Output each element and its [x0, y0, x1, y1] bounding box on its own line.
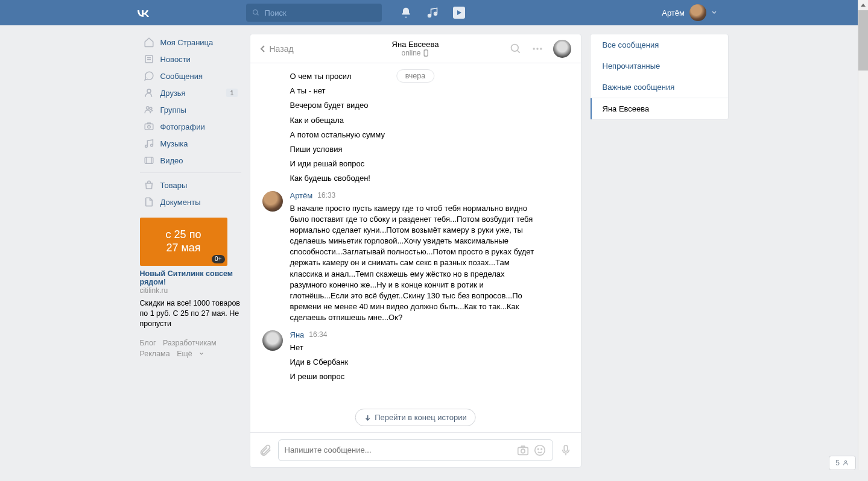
scroll-thumb[interactable] [858, 10, 868, 71]
svg-point-2 [428, 14, 431, 17]
svg-rect-10 [145, 124, 153, 130]
nav-docs[interactable]: Документы [140, 193, 241, 210]
nav-music[interactable]: Музыка [140, 135, 241, 152]
message-text: Вечером будет видео [290, 98, 569, 113]
nav-videos[interactable]: Видео [140, 152, 241, 169]
composer-input[interactable] [285, 445, 516, 454]
search-icon [252, 8, 260, 17]
market-icon [144, 180, 154, 190]
nav-label: Документы [160, 198, 201, 207]
nav-label: Музыка [160, 139, 188, 148]
back-button[interactable]: Назад [260, 44, 294, 54]
message-time: 16:33 [317, 191, 335, 200]
like-count: 5 [835, 459, 840, 467]
svg-point-9 [150, 107, 152, 110]
svg-point-21 [536, 48, 538, 49]
filter-active-conversation[interactable]: Яна Евсеева [591, 98, 728, 119]
filters-panel: Все сообщения Непрочитанные Важные сообщ… [590, 34, 729, 120]
nav-news[interactable]: Новости [140, 51, 241, 68]
date-pill: вчера [396, 69, 434, 83]
footer-blog[interactable]: Блог [140, 339, 156, 347]
left-nav: Моя Страница Новости Сообщения Друзья1 Г… [140, 34, 241, 468]
message-time: 16:34 [309, 330, 327, 339]
filter-unread[interactable]: Непрочитанные [591, 55, 728, 77]
footer-ads[interactable]: Реклама [140, 350, 170, 358]
svg-rect-14 [145, 157, 153, 164]
separator [140, 172, 241, 173]
vk-logo[interactable] [130, 5, 156, 20]
message-avatar[interactable] [262, 330, 283, 351]
friends-icon [144, 87, 154, 98]
message-text: И реши вопрос [290, 369, 569, 384]
home-icon [144, 37, 154, 48]
nav-market[interactable]: Товары [140, 177, 241, 193]
message-text: А ты - нет [290, 84, 569, 98]
camera-icon[interactable] [516, 444, 530, 457]
music-icon[interactable] [426, 7, 439, 19]
chat-title-wrap[interactable]: Яна Евсеева online [392, 40, 439, 57]
jump-to-end-button[interactable]: Перейти в конец истории [355, 409, 476, 426]
nav-friends[interactable]: Друзья1 [140, 84, 241, 101]
mic-icon[interactable] [559, 444, 572, 457]
composer-input-wrap[interactable] [278, 439, 553, 461]
nav-label: Друзья [160, 89, 186, 98]
message-text: Иди в Сбербанк [290, 355, 569, 369]
footer-more[interactable]: Ещё [177, 350, 204, 358]
svg-point-25 [534, 445, 545, 455]
page: Моя Страница Новости Сообщения Друзья1 Г… [0, 25, 868, 476]
message-text: Как и обещала [290, 113, 569, 128]
svg-point-29 [844, 461, 847, 463]
footer-devs[interactable]: Разработчикам [163, 339, 217, 347]
svg-point-18 [511, 44, 518, 51]
nav-label: Моя Страница [160, 38, 214, 47]
video-play-icon[interactable] [453, 7, 465, 19]
jump-label: Перейти в конец истории [375, 413, 467, 422]
filter-important[interactable]: Важные сообщения [591, 77, 728, 98]
scroll-up-icon[interactable] [858, 0, 868, 10]
friends-badge: 1 [226, 89, 237, 97]
message-author[interactable]: Артём [290, 191, 313, 200]
video-icon [144, 155, 154, 166]
svg-point-8 [146, 107, 149, 110]
chevron-down-icon [711, 10, 717, 16]
more-icon[interactable] [531, 43, 543, 55]
nav-my-page[interactable]: Моя Страница [140, 34, 241, 51]
topbar-icons [400, 7, 465, 19]
message-lines: О чем ты просил А ты - нет Вечером будет… [262, 69, 569, 186]
message-author[interactable]: Яна [290, 330, 305, 339]
svg-point-0 [253, 10, 258, 14]
emoji-icon[interactable] [533, 444, 546, 457]
nav-label: Видео [160, 156, 183, 165]
svg-point-26 [537, 448, 538, 449]
scrollbar[interactable] [858, 0, 868, 470]
docs-icon [144, 196, 154, 207]
svg-point-20 [533, 48, 534, 49]
svg-point-27 [541, 448, 542, 449]
music-nav-icon [144, 138, 154, 149]
notifications-icon[interactable] [400, 7, 412, 19]
ad-block[interactable]: с 25 по27 мая 0+ Новый Ситилинк совсем р… [140, 218, 241, 329]
search-icon[interactable] [510, 43, 522, 55]
message-group: Артём16:33 В начале просто пусть камеру … [262, 191, 569, 325]
svg-line-1 [257, 14, 259, 16]
composer [250, 432, 581, 467]
ad-text: Скидки на все! 1000 товаров по 1 руб. С … [140, 298, 241, 329]
svg-rect-23 [518, 447, 528, 454]
username-label: Артём [662, 8, 685, 17]
messages-icon [144, 71, 154, 81]
chevron-down-icon [199, 351, 204, 356]
like-counter[interactable]: 5 [829, 456, 856, 470]
search-wrap[interactable] [246, 4, 382, 22]
nav-photos[interactable]: Фотографии [140, 118, 241, 135]
message-text: В начале просто пусть камеру где то чтоб… [290, 201, 537, 325]
nav-messages[interactable]: Сообщения [140, 68, 241, 84]
attach-icon[interactable] [259, 444, 272, 457]
message-avatar[interactable] [262, 191, 283, 212]
messages-area[interactable]: вчера О чем ты просил А ты - нет Вечером… [250, 63, 581, 432]
search-input[interactable] [265, 8, 376, 17]
peer-avatar[interactable] [553, 40, 571, 58]
nav-groups[interactable]: Группы [140, 101, 241, 118]
filter-all[interactable]: Все сообщения [591, 34, 728, 55]
groups-icon [144, 104, 154, 115]
user-menu[interactable]: Артём [662, 4, 717, 21]
